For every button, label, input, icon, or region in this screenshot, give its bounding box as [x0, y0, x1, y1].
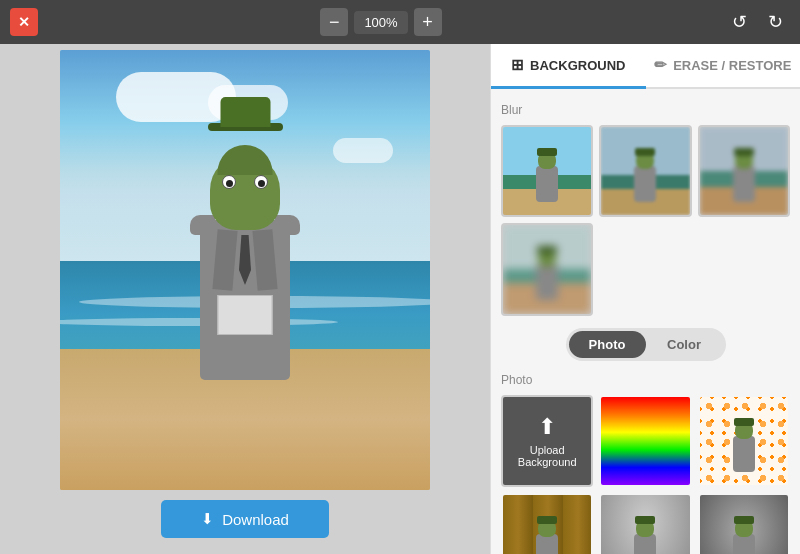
upload-icon: ⬆ [538, 414, 556, 440]
cloud-3 [333, 138, 393, 163]
bg-rainbow-thumb[interactable] [599, 395, 691, 487]
undo-redo-group: ↺ ↻ [724, 7, 790, 37]
canvas-wrapper [10, 50, 480, 490]
zoom-in-icon: + [422, 13, 433, 31]
zoom-control: − 100% + [320, 8, 441, 36]
blur-section-label: Blur [501, 103, 790, 117]
character-head [210, 155, 280, 230]
redo-button[interactable]: ↻ [760, 7, 790, 37]
erase-tab-icon: ✏ [654, 56, 667, 74]
zoom-out-button[interactable]: − [320, 8, 348, 36]
undo-button[interactable]: ↺ [724, 7, 754, 37]
right-panel: ⊞ BACKGROUND ✏ ERASE / RESTORE Blur [490, 44, 800, 554]
undo-icon: ↺ [732, 11, 747, 33]
zoom-out-icon: − [329, 13, 340, 31]
download-icon: ⬇ [201, 510, 214, 528]
background-tab-icon: ⊞ [511, 56, 524, 74]
character-paper [218, 295, 273, 335]
download-button[interactable]: ⬇ Download [161, 500, 329, 538]
upload-label: UploadBackground [518, 444, 577, 468]
erase-tab-label: ERASE / RESTORE [673, 58, 791, 73]
hat-top [220, 97, 270, 127]
redo-icon: ↻ [768, 11, 783, 33]
canvas-area: ⬇ Download [0, 44, 490, 554]
blur-thumb-medium[interactable] [698, 125, 790, 217]
download-label: Download [222, 511, 289, 528]
close-button[interactable]: ✕ [10, 8, 38, 36]
canvas-image [60, 50, 430, 490]
main-content: ⬇ Download ⊞ BACKGROUND ✏ ERASE / RESTOR… [0, 44, 800, 554]
suit-lapel-left [212, 229, 237, 291]
tab-erase-restore[interactable]: ✏ ERASE / RESTORE [646, 44, 801, 89]
zoom-in-button[interactable]: + [414, 8, 442, 36]
photo-color-toggle: Photo Color [566, 328, 726, 361]
shoulder-right [275, 215, 300, 235]
blur-thumb-heavy[interactable] [501, 223, 593, 315]
tab-bar: ⊞ BACKGROUND ✏ ERASE / RESTORE [491, 44, 800, 89]
toggle-photo[interactable]: Photo [569, 331, 646, 358]
close-icon: ✕ [18, 14, 30, 30]
photo-section-label: Photo [501, 373, 790, 387]
character [185, 170, 305, 380]
blur-thumb-none[interactable] [501, 125, 593, 217]
pupil-right [258, 180, 265, 187]
character-suit [200, 220, 290, 380]
eye-left [222, 175, 236, 189]
bg-dots-thumb[interactable] [698, 395, 790, 487]
blur-thumb-light[interactable] [599, 125, 691, 217]
toggle-color[interactable]: Color [646, 331, 723, 358]
background-grid: ⬆ UploadBackground [501, 395, 790, 554]
tab-background[interactable]: ⊞ BACKGROUND [491, 44, 646, 89]
shoulder-left [190, 215, 215, 235]
download-area: ⬇ Download [151, 490, 339, 548]
bg-gray-dark-thumb[interactable] [698, 493, 790, 554]
background-tab-label: BACKGROUND [530, 58, 625, 73]
panel-content: Blur [491, 89, 800, 554]
eye-right [254, 175, 268, 189]
pupil-left [226, 180, 233, 187]
bg-wood-thumb[interactable] [501, 493, 593, 554]
zoom-value: 100% [354, 11, 407, 34]
upload-background-button[interactable]: ⬆ UploadBackground [501, 395, 593, 487]
toolbar: ✕ − 100% + ↺ ↻ [0, 0, 800, 44]
bg-gray-studio-thumb[interactable] [599, 493, 691, 554]
suit-lapel-right [252, 229, 277, 291]
blur-thumbnails [501, 125, 790, 316]
character-tie [239, 235, 251, 285]
